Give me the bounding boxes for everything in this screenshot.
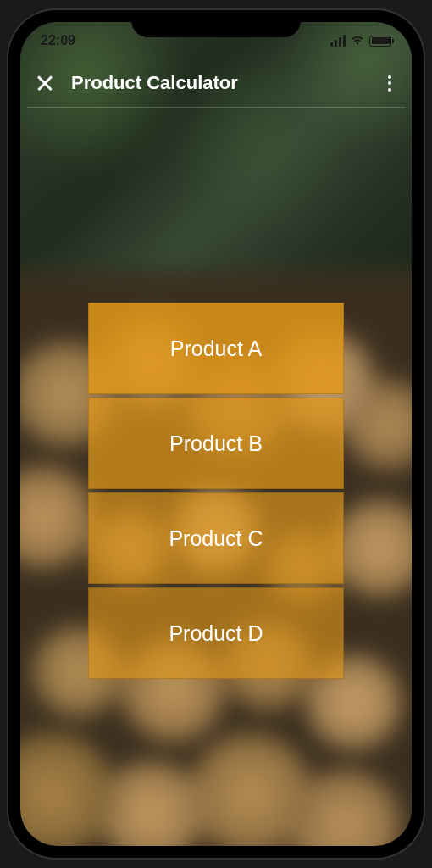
phone-frame: 22:09 Product Calculator [8, 10, 424, 858]
product-item-a[interactable]: Product A [88, 303, 344, 394]
phone-notch [131, 10, 301, 37]
page-title: Product Calculator [71, 72, 366, 94]
phone-screen: 22:09 Product Calculator [20, 22, 412, 846]
more-options-icon[interactable] [383, 70, 396, 97]
product-label: Product C [169, 526, 263, 551]
product-item-b[interactable]: Product B [88, 398, 344, 489]
signal-icon [330, 35, 346, 47]
status-time: 22:09 [41, 33, 75, 48]
product-list: Product A Product B Product C Product D [88, 303, 344, 679]
status-icons [330, 35, 391, 47]
product-label: Product D [169, 621, 263, 646]
content-area: Product A Product B Product C Product D [20, 108, 412, 679]
app-header: Product Calculator [20, 59, 412, 107]
product-item-c[interactable]: Product C [88, 492, 344, 584]
product-label: Product B [169, 431, 263, 456]
close-icon[interactable] [36, 74, 54, 92]
product-label: Product A [170, 337, 262, 361]
wifi-icon [351, 36, 364, 46]
product-item-d[interactable]: Product D [88, 587, 344, 679]
battery-icon [369, 36, 391, 47]
